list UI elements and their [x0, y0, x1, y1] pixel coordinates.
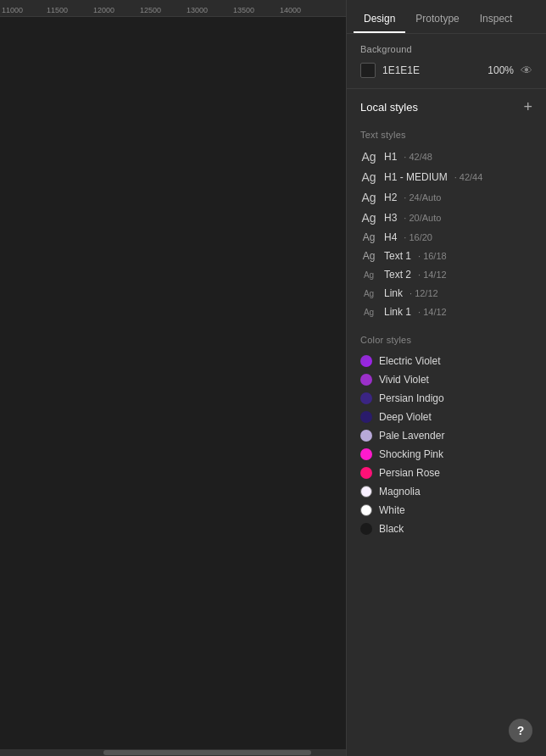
text-style-link-name: Link	[384, 287, 403, 299]
color-styles-label: Color styles	[360, 335, 532, 345]
text-style-link[interactable]: Ag Link · 12/12	[360, 284, 532, 303]
add-style-button[interactable]: +	[523, 99, 532, 114]
text-style-link1[interactable]: Ag Link 1 · 14/12	[360, 303, 532, 321]
ruler-tick: 14000	[280, 6, 301, 14]
text-style-link1-meta: · 14/12	[418, 307, 447, 317]
text-style-h2[interactable]: Ag H2 · 24/Auto	[360, 187, 532, 208]
text-style-h1[interactable]: Ag H1 · 42/48	[360, 147, 532, 167]
text-style-text1-meta: · 16/18	[418, 251, 447, 261]
background-color-swatch[interactable]	[360, 63, 376, 78]
text-style-text2[interactable]: Ag Text 2 · 14/12	[360, 265, 532, 284]
text-style-h1-medium[interactable]: Ag H1 - MEDIUM · 42/44	[360, 167, 532, 187]
tab-bar: Design Prototype Inspect	[347, 0, 546, 34]
color-dot-white	[360, 504, 372, 516]
color-dot-deep-violet	[360, 411, 372, 423]
background-opacity[interactable]: 100%	[480, 64, 514, 76]
color-style-pale-lavender[interactable]: Pale Lavender	[360, 426, 532, 445]
color-name-deep-violet: Deep Violet	[379, 411, 432, 423]
color-name-vivid-violet: Vivid Violet	[379, 374, 429, 386]
color-name-white: White	[379, 504, 405, 516]
local-styles-header: Local styles +	[347, 89, 546, 121]
color-dot-vivid-violet	[360, 374, 372, 386]
text-style-h1-medium-name: H1 - MEDIUM	[384, 171, 448, 183]
text-style-h4-meta: · 16/20	[404, 232, 432, 242]
ag-icon-text2: Ag	[360, 270, 377, 280]
ag-icon-h1: Ag	[360, 150, 377, 164]
text-style-h3-name: H3	[384, 212, 397, 224]
ag-icon-h4: Ag	[360, 231, 377, 243]
visibility-icon[interactable]: 👁	[521, 64, 532, 77]
text-style-h4[interactable]: Ag H4 · 16/20	[360, 228, 532, 247]
background-hex-value[interactable]: 1E1E1E	[382, 64, 473, 76]
ruler-tick: 11500	[47, 6, 68, 14]
ruler-tick: 13000	[187, 6, 208, 14]
local-styles-title: Local styles	[360, 101, 418, 114]
color-style-black[interactable]: Black	[360, 520, 532, 538]
color-style-deep-violet[interactable]: Deep Violet	[360, 408, 532, 426]
text-style-text2-name: Text 2	[384, 269, 411, 281]
color-dot-pale-lavender	[360, 430, 372, 442]
background-row: 1E1E1E 100% 👁	[360, 63, 532, 78]
color-dot-persian-rose	[360, 467, 372, 479]
text-styles-label: Text styles	[360, 130, 532, 140]
color-name-persian-rose: Persian Rose	[379, 467, 440, 479]
ag-icon-link: Ag	[360, 289, 377, 298]
ag-icon-text1: Ag	[360, 250, 377, 262]
ag-icon-h1-medium: Ag	[360, 170, 377, 184]
color-dot-electric-violet	[360, 355, 372, 367]
text-style-h1-name: H1	[384, 151, 397, 163]
color-name-black: Black	[379, 523, 404, 535]
horizontal-scrollbar[interactable]	[0, 749, 346, 756]
color-style-persian-rose[interactable]: Persian Rose	[360, 464, 532, 482]
text-style-text1[interactable]: Ag Text 1 · 16/18	[360, 247, 532, 265]
ag-icon-h2: Ag	[360, 191, 377, 204]
tab-inspect[interactable]: Inspect	[470, 6, 523, 33]
background-label: Background	[360, 44, 532, 54]
help-button[interactable]: ?	[509, 719, 532, 742]
text-style-h1-meta: · 42/48	[404, 152, 432, 162]
color-style-persian-indigo[interactable]: Persian Indigo	[360, 389, 532, 408]
color-style-shocking-pink[interactable]: Shocking Pink	[360, 445, 532, 464]
color-style-vivid-violet[interactable]: Vivid Violet	[360, 370, 532, 389]
ruler-tick: 13500	[233, 6, 254, 14]
color-dot-persian-indigo	[360, 392, 372, 404]
text-style-h2-meta: · 24/Auto	[404, 192, 441, 203]
text-style-text2-meta: · 14/12	[418, 270, 447, 280]
canvas: 11000 11500 12000 12500 13000 13500 1400…	[0, 0, 346, 756]
color-dot-black	[360, 523, 372, 535]
color-style-white[interactable]: White	[360, 501, 532, 520]
ruler-tick: 12000	[93, 6, 114, 14]
text-style-h3[interactable]: Ag H3 · 20/Auto	[360, 208, 532, 228]
text-style-link-meta: · 12/12	[410, 288, 438, 298]
color-style-magnolia[interactable]: Magnolia	[360, 482, 532, 501]
text-style-h2-name: H2	[384, 192, 397, 203]
color-name-magnolia: Magnolia	[379, 486, 421, 498]
styles-content: Text styles Ag H1 · 42/48 Ag H1 - MEDIUM…	[347, 121, 546, 756]
color-name-electric-violet: Electric Violet	[379, 355, 440, 367]
ag-icon-h3: Ag	[360, 211, 377, 225]
color-style-electric-violet[interactable]: Electric Violet	[360, 352, 532, 370]
right-panel: Design Prototype Inspect Background 1E1E…	[346, 0, 546, 756]
tab-prototype[interactable]: Prototype	[405, 6, 469, 33]
text-style-link1-name: Link 1	[384, 306, 411, 318]
ruler-tick: 12500	[140, 6, 161, 14]
ruler-tick: 11000	[2, 6, 23, 14]
color-dot-magnolia	[360, 486, 372, 498]
background-section: Background 1E1E1E 100% 👁	[347, 34, 546, 89]
color-name-persian-indigo: Persian Indigo	[379, 392, 444, 404]
text-style-h3-meta: · 20/Auto	[404, 213, 441, 223]
tab-design[interactable]: Design	[354, 6, 405, 33]
text-style-h4-name: H4	[384, 231, 397, 243]
text-style-text1-name: Text 1	[384, 250, 411, 262]
text-style-h1-medium-meta: · 42/44	[454, 172, 483, 182]
ruler: 11000 11500 12000 12500 13000 13500 1400…	[0, 0, 346, 17]
ag-icon-link1: Ag	[360, 308, 377, 317]
color-name-shocking-pink: Shocking Pink	[379, 448, 443, 460]
color-name-pale-lavender: Pale Lavender	[379, 430, 444, 442]
scrollbar-thumb[interactable]	[103, 750, 311, 755]
color-dot-shocking-pink	[360, 448, 372, 460]
